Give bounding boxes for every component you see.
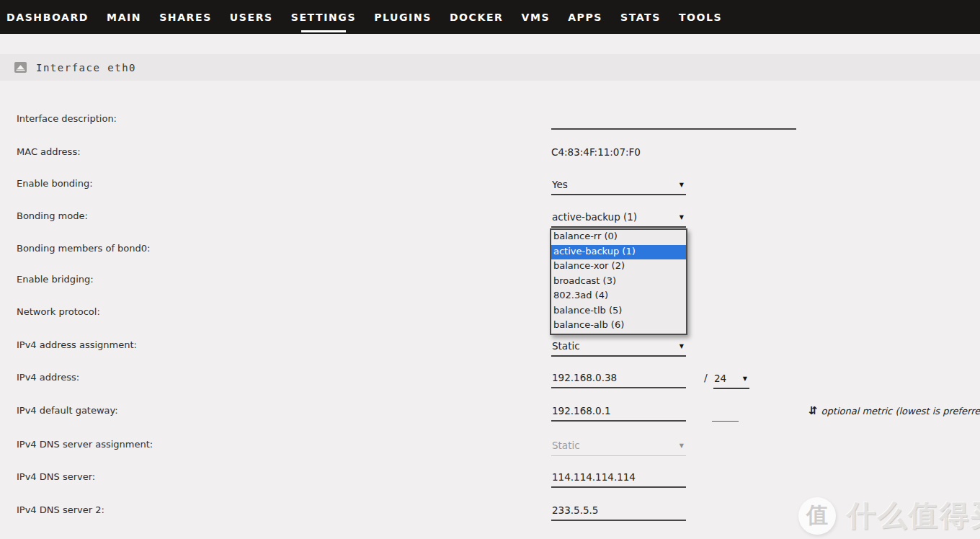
ipv4-dns-assignment-select: Static ▼ — [551, 439, 686, 456]
tab-tools[interactable]: TOOLS — [679, 0, 722, 34]
smzdm-logo-badge: 值 — [798, 497, 836, 535]
label-bonding-members: Bonding members of bond0: — [17, 243, 150, 254]
bonding-mode-dropdown-list: balance-rr (0) active-backup (1) balance… — [550, 228, 687, 335]
section-header: Interface eth0 — [0, 54, 980, 81]
dropdown-option-balance-rr[interactable]: balance-rr (0) — [551, 230, 686, 245]
tab-docker[interactable]: DOCKER — [450, 0, 504, 34]
ipv4-assignment-value: Static — [552, 340, 580, 352]
bonding-mode-value: active-backup (1) — [552, 211, 637, 223]
chevron-down-icon: ▼ — [743, 375, 747, 382]
page-title: Interface eth0 — [36, 62, 136, 74]
metric-note: ⇵ optional metric (lowest is preferred) — [808, 404, 980, 417]
mac-address-value: C4:83:4F:11:07:F0 — [551, 146, 641, 158]
enable-bonding-value: Yes — [552, 179, 568, 190]
ipv4-dns-assignment-value: Static — [552, 440, 580, 451]
label-ipv4-address: IPv4 address: — [17, 372, 79, 383]
subnet-separator: / — [704, 372, 708, 383]
subnet-mask-select[interactable]: 24 ▼ — [713, 372, 749, 389]
top-nav: DASHBOARD MAIN SHARES USERS SETTINGS PLU… — [0, 0, 980, 34]
gateway-metric-input[interactable] — [712, 404, 739, 422]
tab-shares[interactable]: SHARES — [159, 0, 212, 34]
ipv4-assignment-select[interactable]: Static ▼ — [551, 339, 686, 357]
label-enable-bridging: Enable bridging: — [17, 274, 94, 285]
tab-apps[interactable]: APPS — [568, 0, 602, 34]
label-ipv4-address-assignment: IPv4 address assignment: — [17, 339, 137, 350]
tab-vms[interactable]: VMS — [521, 0, 550, 34]
label-ipv4-dns-server-2: IPv4 DNS server 2: — [17, 504, 104, 515]
chevron-down-icon: ▼ — [680, 182, 684, 188]
ipv4-address-input[interactable] — [551, 371, 686, 388]
dropdown-option-balance-xor[interactable]: balance-xor (2) — [551, 259, 686, 275]
ipv4-gateway-input[interactable] — [551, 404, 686, 422]
dropdown-option-balance-tlb[interactable]: balance-tlb (5) — [551, 304, 686, 319]
dropdown-option-balance-alb[interactable]: balance-alb (6) — [551, 318, 686, 334]
tab-dashboard[interactable]: DASHBOARD — [6, 0, 89, 34]
chevron-down-icon: ▼ — [680, 214, 684, 220]
dropdown-option-8023ad[interactable]: 802.3ad (4) — [551, 289, 686, 304]
dropdown-option-active-backup[interactable]: active-backup (1) — [551, 245, 686, 260]
tab-stats[interactable]: STATS — [620, 0, 661, 34]
tab-settings[interactable]: SETTINGS — [291, 0, 356, 34]
interface-description-input[interactable] — [551, 112, 796, 130]
tab-plugins[interactable]: PLUGINS — [374, 0, 432, 34]
label-ipv4-dns-server: IPv4 DNS server: — [17, 471, 95, 482]
tab-main[interactable]: MAIN — [107, 0, 141, 34]
label-bonding-mode: Bonding mode: — [17, 210, 88, 221]
tab-users[interactable]: USERS — [230, 0, 273, 34]
subnet-mask-value: 24 — [714, 373, 726, 384]
label-ipv4-dns-assignment: IPv4 DNS server assignment: — [17, 439, 153, 450]
label-network-protocol: Network protocol: — [17, 306, 100, 317]
chevron-down-icon: ▼ — [680, 442, 684, 449]
metric-note-text: optional metric (lowest is preferred) — [821, 406, 980, 416]
label-mac-address: MAC address: — [17, 146, 81, 157]
ipv4-dns-server-2-input[interactable] — [551, 504, 686, 521]
label-enable-bonding: Enable bonding: — [17, 178, 93, 189]
smzdm-watermark-text: 什么值得买 — [847, 496, 980, 535]
smzdm-watermark: 值 什么值得买 — [798, 496, 980, 535]
dropdown-option-broadcast[interactable]: broadcast (3) — [551, 275, 686, 290]
label-interface-description: Interface description: — [17, 113, 117, 124]
interface-image-icon — [14, 62, 27, 73]
up-down-arrows-icon: ⇵ — [808, 404, 818, 417]
chevron-down-icon: ▼ — [680, 343, 684, 349]
enable-bonding-select[interactable]: Yes ▼ — [551, 178, 686, 195]
ipv4-dns-server-input[interactable] — [551, 471, 686, 488]
bonding-mode-select[interactable]: active-backup (1) ▼ — [551, 210, 686, 228]
label-ipv4-default-gateway: IPv4 default gateway: — [17, 405, 118, 416]
